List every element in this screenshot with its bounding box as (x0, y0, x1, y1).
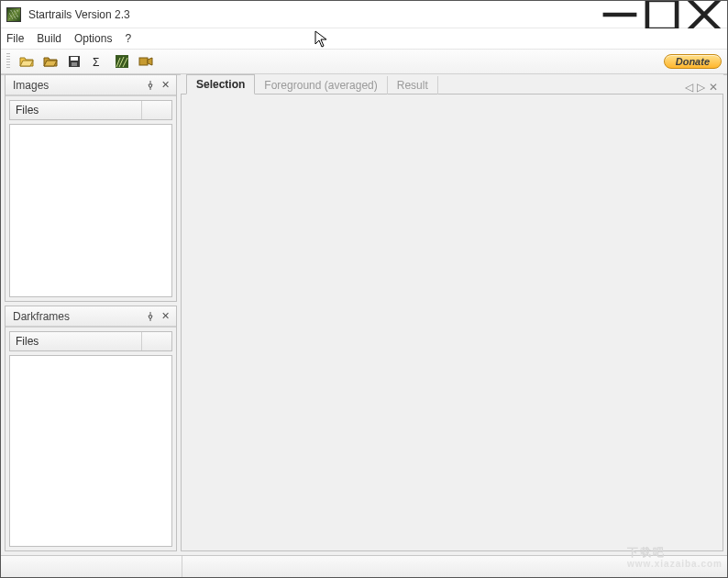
close-icon[interactable]: ✕ (158, 78, 172, 93)
startrails-button[interactable] (113, 52, 131, 71)
darkframes-column-header: Files (9, 331, 172, 351)
open-images-button[interactable] (17, 52, 36, 71)
images-column-spacer[interactable] (142, 101, 171, 119)
video-button[interactable] (137, 52, 155, 71)
toolbar-grip[interactable] (6, 53, 10, 70)
images-column-files[interactable]: Files (10, 101, 142, 119)
tab-foreground[interactable]: Foreground (averaged) (255, 76, 387, 94)
workarea: Images ✕ Files Darkframes ✕ (1, 74, 727, 555)
darkframes-panel-header: Darkframes ✕ (6, 306, 176, 327)
viewport[interactable] (181, 94, 723, 551)
darkframes-panel: Darkframes ✕ Files (5, 306, 177, 551)
toolbar: Σ Donate (1, 49, 727, 74)
svg-rect-1 (647, 0, 677, 29)
sidebar: Images ✕ Files Darkframes ✕ (1, 75, 181, 555)
tab-selection[interactable]: Selection (186, 74, 255, 94)
images-panel-title: Images (13, 79, 143, 92)
status-right (182, 556, 727, 577)
save-button[interactable] (65, 52, 83, 71)
images-panel: Images ✕ Files (5, 74, 177, 302)
average-button[interactable]: Σ (89, 52, 107, 71)
donate-button[interactable]: Donate (664, 54, 722, 69)
images-panel-body: Files (6, 95, 176, 301)
darkframes-panel-body: Files (6, 327, 176, 550)
darkframes-column-files[interactable]: Files (10, 332, 142, 350)
menubar: File Build Options ? (1, 28, 727, 49)
statusbar (1, 555, 727, 577)
images-list[interactable] (9, 124, 172, 297)
pin-icon[interactable] (143, 78, 158, 93)
darkframes-column-spacer[interactable] (142, 332, 171, 350)
svg-text:Σ: Σ (93, 56, 99, 69)
close-icon[interactable]: ✕ (158, 309, 172, 324)
menu-options[interactable]: Options (74, 32, 112, 45)
window-title: Startrails Version 2.3 (28, 8, 599, 21)
app-icon (6, 7, 21, 22)
titlebar: Startrails Version 2.3 (1, 1, 727, 28)
main-view: Selection Foreground (averaged) Result ◁… (181, 75, 727, 555)
tab-next-icon[interactable]: ▷ (697, 81, 705, 94)
images-column-header: Files (9, 100, 172, 120)
menu-file[interactable]: File (6, 32, 24, 45)
pin-icon[interactable] (143, 309, 158, 324)
menu-build[interactable]: Build (37, 32, 61, 45)
open-darkframes-button[interactable] (41, 52, 60, 71)
minimize-button[interactable] (599, 1, 641, 28)
svg-rect-6 (72, 62, 77, 66)
svg-rect-5 (71, 57, 78, 61)
tab-bar: Selection Foreground (averaged) Result ◁… (181, 74, 723, 94)
svg-rect-9 (139, 58, 148, 65)
tab-prev-icon[interactable]: ◁ (685, 81, 693, 94)
tab-controls: ◁ ▷ ✕ (685, 81, 723, 94)
darkframes-panel-title: Darkframes (13, 310, 143, 323)
menu-help[interactable]: ? (125, 32, 131, 45)
images-panel-header: Images ✕ (6, 75, 176, 95)
maximize-button[interactable] (641, 1, 683, 28)
darkframes-list[interactable] (9, 355, 172, 547)
close-button[interactable] (683, 1, 725, 28)
tab-result[interactable]: Result (388, 76, 438, 94)
status-left (1, 556, 182, 577)
tab-close-icon[interactable]: ✕ (709, 81, 718, 94)
